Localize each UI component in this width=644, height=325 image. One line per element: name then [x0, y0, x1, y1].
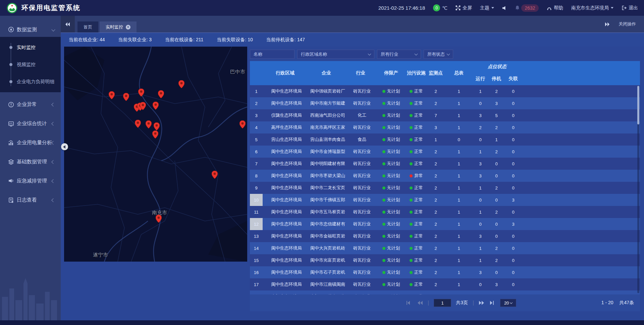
- table-row[interactable]: 13阆中生态环境局阆中市金福旺页岩机砖砖瓦行业无计划正常21300: [250, 230, 640, 242]
- map-marker-pin-icon[interactable]: [109, 91, 115, 99]
- cell-monitor-points: 2: [426, 242, 445, 254]
- sidebar-item-data-monitoring[interactable]: 数据监测: [0, 22, 61, 37]
- enterprise-table: 行政区域企业行业停限产治污设施监测点总表点位状态运行停机失联 1阆中生态环境局阆…: [250, 61, 640, 294]
- table-row[interactable]: 5营山生态环境局营山县润丰肉食品有限食品无计划正常10010: [250, 133, 640, 146]
- next-page-button[interactable]: [479, 301, 485, 305]
- map-marker-pin-icon[interactable]: [153, 102, 159, 110]
- table-row[interactable]: 6阆中生态环境局阆中市金博瑞新型墙材砖瓦行业无计划正常21120: [250, 146, 640, 158]
- cell-total-meters: 1: [445, 242, 473, 254]
- previous-page-button[interactable]: [417, 301, 423, 305]
- cell-lost: 0: [505, 182, 522, 194]
- sidebar-subitem-power-load-detail[interactable]: 企业电力负荷明细: [0, 73, 61, 90]
- map-marker-pin-icon[interactable]: [239, 120, 246, 128]
- table-scrollbar[interactable]: [637, 86, 639, 293]
- sidebar-item-label: 企业综合统计: [17, 120, 47, 127]
- table-row[interactable]: 10阆中生态环境局阆中市千佛镇五郎垭页岩砖瓦行业无计划正常21003: [250, 194, 640, 206]
- help-button[interactable]: 帮助: [547, 5, 563, 11]
- status-dot-icon: [410, 114, 413, 117]
- cell-production-limit: 无计划: [376, 230, 406, 242]
- map-marker-pin-icon[interactable]: [178, 80, 184, 88]
- map-marker-pin-icon[interactable]: [135, 120, 141, 128]
- table-row[interactable]: 3仪陇生态环境局西南油气田分公司川中化工无计划正常71350: [250, 109, 640, 121]
- table-row[interactable]: 9阆中生态环境局阆中市二龙长宝页岩砖砖瓦行业无计划正常21120: [250, 182, 640, 194]
- limit-label: 无计划: [387, 89, 400, 94]
- table-row[interactable]: 18南部生态环境局南部县双佛山页岩砖厂砖瓦行业无计划正常21030: [250, 290, 640, 294]
- table-row[interactable]: 2阆中生态环境局阆中市南方节能建材有砖瓦行业无计划正常21030: [250, 97, 640, 109]
- table-row[interactable]: 11阆中生态环境局阆中市五马桥页岩机砖砖瓦行业无计划正常21120: [250, 206, 640, 218]
- cell-production-limit: 无计划: [376, 194, 406, 206]
- page-number-input[interactable]: [434, 299, 451, 307]
- sidebar-item-enterprise-abnormal[interactable]: 企业异常: [0, 95, 61, 114]
- map-marker-pin-icon[interactable]: [146, 120, 152, 128]
- row-number: 8: [250, 170, 263, 182]
- cell-stopped: 2: [488, 146, 505, 158]
- organization-dropdown[interactable]: 南充市生态环境局: [571, 5, 613, 11]
- sidebar: 数据监测实时监控视频监控企业电力负荷明细企业异常企业综合统计企业用电量分析基础数…: [0, 16, 61, 320]
- table-row[interactable]: 16阆中生态环境局阆中市石子页岩机砖厂砖瓦行业无计划正常21300: [250, 266, 640, 278]
- map-marker-pin-icon[interactable]: [123, 93, 129, 101]
- map-collapse-button[interactable]: [61, 143, 68, 150]
- status-dot-icon: [382, 283, 385, 286]
- sidebar-item-emergency-reduction[interactable]: 应急减排管理: [0, 171, 61, 191]
- cell-filler: [522, 121, 640, 133]
- status-filter-select[interactable]: 所有状态: [424, 50, 453, 59]
- sidebar-item-enterprise-statistics[interactable]: 企业综合统计: [0, 114, 61, 133]
- table-row[interactable]: 17阆中生态环境局阆中市江南镇阆南页岩砖瓦行业无计划正常21030: [250, 278, 640, 290]
- table-row[interactable]: 7阆中生态环境局阆中明阳建材有限公司砖瓦行业无计划正常21300: [250, 158, 640, 170]
- map-marker-pin-icon[interactable]: [158, 90, 164, 98]
- map-marker-pin-icon[interactable]: [138, 89, 144, 97]
- table-row[interactable]: 4高坪生态环境局南充市高坪区王家店建砖瓦行业无计划正常31220: [250, 121, 640, 133]
- fullscreen-button[interactable]: 全屏: [455, 5, 472, 11]
- close-operations-button[interactable]: 关闭操作: [619, 21, 636, 27]
- cell-pollution-facility: 正常: [406, 254, 426, 266]
- page-size-select[interactable]: 20: [500, 299, 516, 307]
- sidebar-subitem-label: 视频监控: [17, 62, 36, 68]
- theme-dropdown[interactable]: 主题: [480, 5, 494, 11]
- industry-filter-select[interactable]: 所有行业: [377, 50, 421, 59]
- tab-close-icon[interactable]: ×: [126, 25, 130, 30]
- help-label: 帮助: [554, 5, 563, 11]
- facility-label: 正常: [414, 161, 423, 166]
- table-row[interactable]: 8阆中生态环境局阆中市枣碧大梁山页岩砖瓦行业无计划异常21300: [250, 170, 640, 182]
- cell-pollution-facility: 正常: [406, 109, 426, 121]
- cell-stopped: 0: [488, 266, 505, 278]
- double-chevron-right-icon[interactable]: [604, 22, 610, 26]
- notifications[interactable]: 2632: [515, 4, 539, 12]
- tab-realtime-monitoring[interactable]: 实时监控 ×: [100, 21, 137, 33]
- map-panel[interactable]: 巴中市南充市遂宁市: [64, 47, 247, 262]
- cell-region: 南部生态环境局: [263, 290, 308, 294]
- facility-label: 正常: [414, 185, 423, 190]
- table-scrollbar-thumb[interactable]: [637, 86, 639, 124]
- limit-label: 无计划: [387, 282, 400, 287]
- status-summary-bar: 当前在线企业:44当前失联企业:3当前在线设备:211当前失联设备:10当前停机…: [61, 33, 644, 47]
- tab-home[interactable]: 首页: [77, 21, 98, 33]
- tabs-scroll-left-button[interactable]: [61, 16, 75, 33]
- table-row[interactable]: 1阆中生态环境局阆中强锐页岩砖厂砖瓦行业无计划正常21120: [250, 85, 640, 97]
- column-header: 行业: [345, 61, 376, 85]
- sidebar-item-log-view[interactable]: 日志查看: [0, 191, 61, 210]
- first-page-button[interactable]: [406, 301, 412, 305]
- map-marker-pin-icon[interactable]: [154, 122, 160, 130]
- cell-monitor-points: 2: [426, 230, 445, 242]
- cell-pollution-facility: 正常: [406, 121, 426, 133]
- map-marker-pin-icon[interactable]: [212, 171, 218, 179]
- region-filter-select[interactable]: 行政区域名称: [297, 50, 374, 59]
- sidebar-subitem-realtime-monitoring[interactable]: 实时监控: [0, 39, 61, 56]
- cell-industry: 砖瓦行业: [345, 170, 376, 182]
- sidebar-item-enterprise-power-analysis[interactable]: 企业用电量分析: [0, 133, 61, 152]
- map-marker-pin-icon[interactable]: [156, 215, 162, 223]
- sidebar-item-label: 企业用电量分析: [17, 140, 52, 146]
- sidebar-item-basic-data-management[interactable]: 基础数据管理: [0, 152, 61, 171]
- logout-button[interactable]: 退出: [622, 5, 638, 11]
- sidebar-subitem-video-monitoring[interactable]: 视频监控: [0, 56, 61, 73]
- status-value: 147: [297, 37, 305, 42]
- status-dot-icon: [382, 150, 385, 153]
- table-row[interactable]: 15阆中生态环境局阆中市光富页岩机砖厂砖瓦行业无计划正常21120: [250, 254, 640, 266]
- map-marker-pin-icon[interactable]: [152, 130, 158, 139]
- table-row[interactable]: 14阆中生态环境局阆中大兴页岩机砖厂砖瓦行业无计划正常21120: [250, 242, 640, 254]
- map-marker-pin-icon[interactable]: [140, 102, 146, 110]
- last-page-button[interactable]: [489, 301, 495, 305]
- name-filter-input[interactable]: [250, 50, 294, 59]
- table-row[interactable]: 12阆中生态环境局阆中市忠信建材有限公砖瓦行业无计划正常21003: [250, 218, 640, 230]
- speaker-icon[interactable]: [502, 6, 507, 10]
